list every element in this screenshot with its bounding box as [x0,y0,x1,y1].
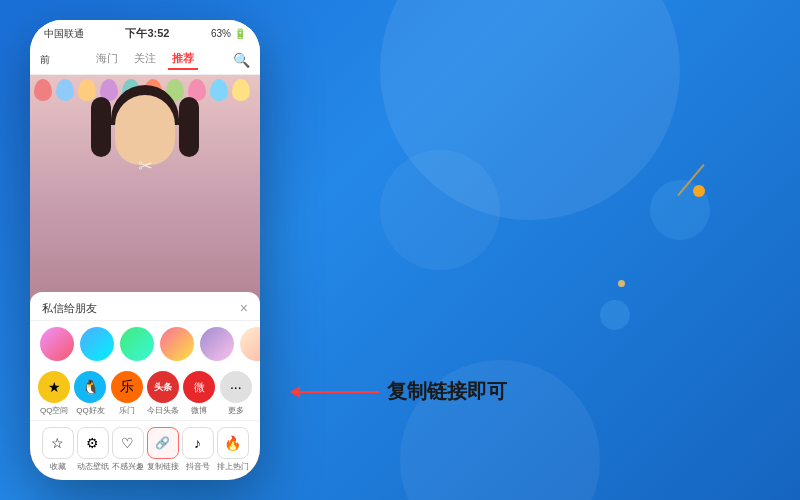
qq-zone-label: QQ空间 [40,405,68,416]
bg-dot-small [618,280,625,287]
friend-avatar-6[interactable] [240,327,260,361]
douyin-id-label: 抖音号 [186,461,210,472]
toutiao-label: 今日头条 [147,405,179,416]
annotation-text: 复制链接即可 [387,378,507,405]
not-interested-icon-wrap: ♡ [112,427,144,459]
qq-zone-icon: ★ [38,371,70,403]
more-icon: ··· [220,371,252,403]
balloon-2 [56,79,74,101]
trending-icon-wrap: 🔥 [217,427,249,459]
qq-friend-label: QQ好友 [76,405,104,416]
time-text: 下午3:52 [125,26,169,41]
balloon-9 [210,79,228,101]
modal-header: 私信给朋友 × [30,292,260,321]
app-header: 前 海门 关注 推荐 🔍 [30,45,260,75]
qq-friend-icon: 🐧 [74,371,106,403]
tab-recommend[interactable]: 推荐 [168,49,198,70]
header-tabs: 海门 关注 推荐 [56,49,233,70]
action-copy-link[interactable]: 🔗 复制链接 [147,427,179,472]
status-bar: 中国联通 下午3:52 63% 🔋 [30,20,260,45]
friend-avatar-4[interactable] [160,327,194,361]
app-toutiao[interactable]: 头条 今日头条 [145,371,181,416]
douyin-id-icon-wrap: ♪ [182,427,214,459]
friend-avatar-3[interactable] [120,327,154,361]
balloon-1 [34,79,52,101]
app-more[interactable]: ··· 更多 [218,371,254,416]
action-douyin-id[interactable]: ♪ 抖音号 [182,427,214,472]
modal-title: 私信给朋友 [42,301,97,316]
lemen-label: 乐门 [119,405,135,416]
balloon-10 [232,79,250,101]
weibo-label: 微博 [191,405,207,416]
girl-hair-right [179,97,199,157]
back-button[interactable]: 前 [40,53,50,67]
friend-avatar-1[interactable] [40,327,74,361]
copy-link-icon: 🔗 [155,436,170,450]
actions-row: ☆ 收藏 ⚙ 动态壁纸 ♡ 不感兴趣 🔗 复制链接 [30,420,260,476]
search-icon[interactable]: 🔍 [233,52,250,68]
trending-label: 排上热门 [217,461,249,472]
annotation-container: 复制链接即可 [290,378,507,405]
app-weibo[interactable]: 微 微博 [181,371,217,416]
wallpaper-icon-wrap: ⚙ [77,427,109,459]
battery-text: 63% 🔋 [211,28,246,39]
not-interested-label: 不感兴趣 [112,461,144,472]
arrow-line [299,391,379,393]
favorite-icon-wrap: ☆ [42,427,74,459]
favorite-label: 收藏 [50,461,66,472]
action-trending[interactable]: 🔥 排上热门 [217,427,249,472]
action-favorite[interactable]: ☆ 收藏 [42,427,74,472]
more-label: 更多 [228,405,244,416]
trending-icon: 🔥 [224,435,241,451]
lemen-icon: 乐 [111,371,143,403]
scissors-icon: ✂ [138,155,153,177]
friend-avatar-2[interactable] [80,327,114,361]
action-wallpaper[interactable]: ⚙ 动态壁纸 [77,427,109,472]
app-qq-friend[interactable]: 🐧 QQ好友 [72,371,108,416]
toutiao-icon: 头条 [147,371,179,403]
app-lemen[interactable]: 乐 乐门 [109,371,145,416]
tab-haiying[interactable]: 海门 [92,49,122,70]
bg-decoration-circle-1 [380,0,680,220]
copy-link-label: 复制链接 [147,461,179,472]
copy-link-icon-wrap: 🔗 [147,427,179,459]
modal-close-button[interactable]: × [240,300,248,316]
favorite-icon: ☆ [51,435,64,451]
wallpaper-label: 动态壁纸 [77,461,109,472]
action-not-interested[interactable]: ♡ 不感兴趣 [112,427,144,472]
battery-icon: 🔋 [234,28,246,39]
wallpaper-icon: ⚙ [86,435,99,451]
not-interested-icon: ♡ [121,435,134,451]
share-modal: 私信给朋友 × ★ QQ空间 🐧 QQ好友 乐 乐门 [30,292,260,480]
carrier-text: 中国联通 [44,27,84,41]
annotation-arrow [290,386,379,398]
bg-dot-orange [693,185,705,197]
weibo-icon: 微 [183,371,215,403]
tab-follow[interactable]: 关注 [130,49,160,70]
friend-avatar-5[interactable] [200,327,234,361]
balloon-3 [78,79,96,101]
girl-hair-left [91,97,111,157]
douyin-id-icon: ♪ [194,435,201,451]
app-qq-zone[interactable]: ★ QQ空间 [36,371,72,416]
bg-decoration-circle-3 [380,150,500,270]
phone-frame: 中国联通 下午3:52 63% 🔋 前 海门 关注 推荐 🔍 [30,20,260,480]
bg-decoration-circle-5 [600,300,630,330]
friends-row [30,321,260,367]
apps-row: ★ QQ空间 🐧 QQ好友 乐 乐门 头条 今日头条 微 微博 ··· 更多 [30,367,260,420]
